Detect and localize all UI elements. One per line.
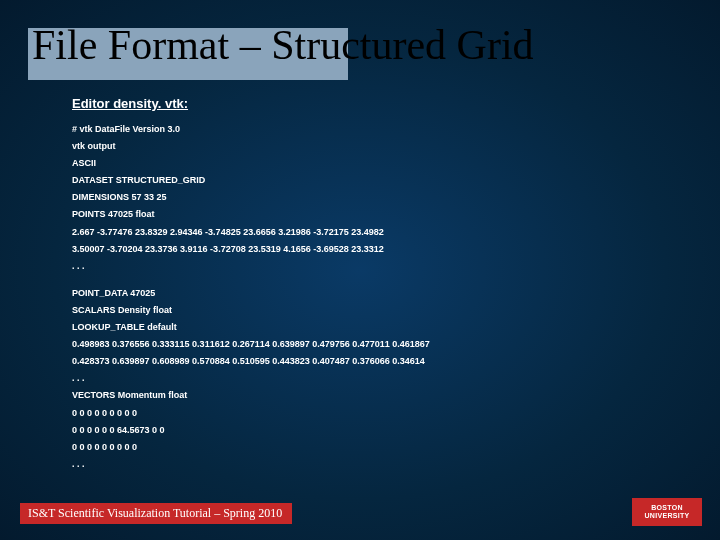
file-line: . . .: [72, 258, 680, 275]
file-line: 0.428373 0.639897 0.608989 0.570884 0.51…: [72, 353, 680, 370]
editor-heading: Editor density. vtk:: [72, 96, 680, 111]
file-line: SCALARS Density float: [72, 302, 680, 319]
slide-title-wrap: File Format – Structured Grid: [28, 22, 700, 68]
logo-text: BOSTON UNIVERSITY: [644, 504, 689, 519]
boston-university-logo: BOSTON UNIVERSITY: [632, 498, 702, 526]
file-line: 3.50007 -3.70204 23.3736 3.9116 -3.72708…: [72, 241, 680, 258]
logo-line2: UNIVERSITY: [644, 512, 689, 520]
file-line: VECTORS Momentum float: [72, 387, 680, 404]
file-line: # vtk DataFile Version 3.0: [72, 121, 680, 138]
file-block-1: # vtk DataFile Version 3.0vtk outputASCI…: [72, 121, 680, 275]
file-line: 0 0 0 0 0 0 64.5673 0 0: [72, 422, 680, 439]
file-block-2: POINT_DATA 47025SCALARS Density floatLOO…: [72, 285, 680, 473]
file-line: DATASET STRUCTURED_GRID: [72, 172, 680, 189]
file-line: . . .: [72, 456, 680, 473]
file-line: . . .: [72, 370, 680, 387]
footer-bar: IS&T Scientific Visualization Tutorial –…: [20, 503, 292, 524]
file-line: 0 0 0 0 0 0 0 0 0: [72, 405, 680, 422]
file-line: 0 0 0 0 0 0 0 0 0: [72, 439, 680, 456]
logo-line1: BOSTON: [644, 504, 689, 512]
file-line: 0.498983 0.376556 0.333115 0.311612 0.26…: [72, 336, 680, 353]
file-line: ASCII: [72, 155, 680, 172]
file-line: POINTS 47025 float: [72, 206, 680, 223]
slide-title: File Format – Structured Grid: [28, 22, 700, 68]
file-line: 2.667 -3.77476 23.8329 2.94346 -3.74825 …: [72, 224, 680, 241]
slide-content: Editor density. vtk: # vtk DataFile Vers…: [72, 96, 680, 473]
file-line: vtk output: [72, 138, 680, 155]
file-line: POINT_DATA 47025: [72, 285, 680, 302]
file-line: LOOKUP_TABLE default: [72, 319, 680, 336]
file-line: DIMENSIONS 57 33 25: [72, 189, 680, 206]
